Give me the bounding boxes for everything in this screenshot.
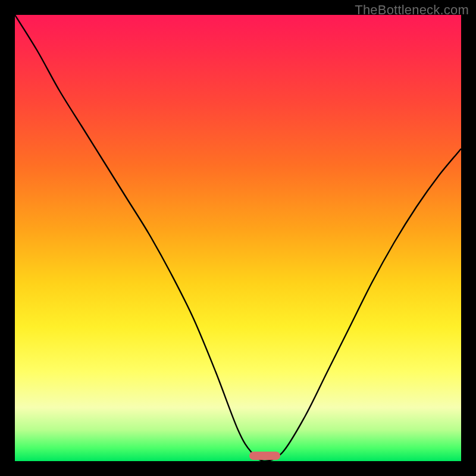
watermark-text: TheBottleneck.com	[355, 2, 469, 18]
plot-area	[15, 15, 461, 461]
chart-frame: TheBottleneck.com	[0, 0, 476, 476]
bottleneck-curve	[15, 15, 461, 461]
bottleneck-curve-path	[15, 15, 461, 461]
optimal-range-marker	[249, 452, 281, 460]
